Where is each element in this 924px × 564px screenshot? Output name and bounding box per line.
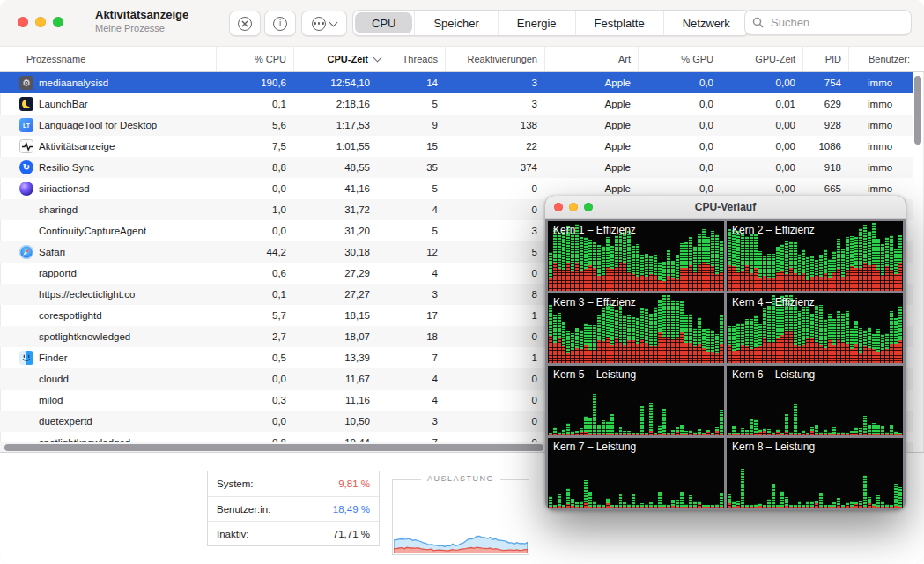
cell-gpu: 0,0 bbox=[638, 136, 721, 157]
process-row-languagetool-for-desktop[interactable]: LTLanguageTool for Desktop5,61:17,539138… bbox=[0, 115, 913, 136]
process-row-launchbar[interactable]: LaunchBar0,12:18,1653Apple0,00,01629immo bbox=[0, 93, 913, 115]
tab-netzwerk[interactable]: Netzwerk bbox=[663, 11, 749, 35]
close-button[interactable] bbox=[554, 203, 563, 212]
tab-cpu[interactable]: CPU bbox=[355, 12, 412, 33]
column-label: GPU-Zeit bbox=[755, 54, 795, 64]
process-row-resilio-sync[interactable]: ↻Resilio Sync8,848,5535374Apple0,00,0091… bbox=[0, 157, 913, 178]
cell-wakeups: 0 bbox=[445, 368, 544, 390]
column-header-benutzer[interactable]: Benutzer: bbox=[848, 46, 924, 71]
no-icon bbox=[19, 224, 33, 238]
cell-cpu: 190,6 bbox=[216, 72, 293, 93]
vertical-scrollbar-thumb[interactable] bbox=[914, 76, 921, 145]
inspect-process-button[interactable]: i bbox=[264, 11, 296, 36]
cell-threads: 5 bbox=[388, 93, 445, 115]
column-header-pid[interactable]: PID bbox=[802, 46, 848, 71]
core-label: Kern 4 – Effizienz bbox=[732, 296, 815, 308]
column-header-threads[interactable]: Threads bbox=[388, 46, 445, 71]
cell-wakeups: 3 bbox=[445, 220, 544, 241]
column-header-art[interactable]: Art bbox=[544, 46, 638, 71]
tab-energie[interactable]: Energie bbox=[498, 11, 575, 35]
no-icon bbox=[19, 393, 33, 407]
process-name-cell: sharingd bbox=[0, 199, 216, 220]
process-name-cell: corespotlightd bbox=[0, 305, 216, 326]
zoom-button[interactable] bbox=[584, 203, 593, 212]
column-header-gpu-zeit[interactable]: GPU-Zeit bbox=[721, 46, 802, 71]
process-name-cell: Aktivitätsanzeige bbox=[0, 136, 216, 157]
core-panel-6: Kern 6 – Leistung bbox=[727, 366, 903, 435]
cell-wakeups: 0 bbox=[445, 411, 544, 432]
cell-wakeups: 0 bbox=[445, 263, 544, 284]
process-name: sharingd bbox=[39, 204, 78, 215]
column-label: Benutzer: bbox=[869, 54, 910, 64]
cpu-stats-box: System:9,81 %Benutzer:in:18,49 %Inaktiv:… bbox=[207, 471, 380, 546]
cell-cpu: 0,0 bbox=[216, 220, 293, 241]
siri-icon-slot bbox=[19, 182, 33, 196]
process-name-cell: siriactionsd bbox=[0, 178, 216, 199]
close-button[interactable] bbox=[18, 17, 28, 27]
cell-pid: 754 bbox=[802, 72, 848, 93]
horizontal-scrollbar-thumb[interactable] bbox=[4, 444, 543, 451]
quit-process-button[interactable] bbox=[229, 11, 261, 36]
core-label: Kern 2 – Effizienz bbox=[732, 224, 815, 236]
cell-gpu_time: 0,00 bbox=[721, 72, 802, 93]
minimize-button[interactable] bbox=[35, 17, 46, 27]
column-header-prozessname[interactable]: Prozessname bbox=[0, 46, 216, 71]
cell-cpu: 0,3 bbox=[216, 390, 293, 411]
column-header-reaktivierungen[interactable]: Reaktivierungen bbox=[445, 46, 544, 71]
process-name-cell: milod bbox=[0, 390, 216, 411]
resilio-app-icon: ↻ bbox=[19, 160, 33, 174]
process-name: corespotlightd bbox=[39, 310, 102, 321]
cell-time: 1:17,53 bbox=[293, 115, 388, 136]
cell-wakeups: 0 bbox=[445, 390, 544, 411]
daemon-icon-slot: ⚙ bbox=[19, 76, 33, 90]
daemon-app-icon: ⚙ bbox=[19, 76, 33, 90]
search-field[interactable] bbox=[744, 10, 912, 35]
tab-festplatte[interactable]: Festplatte bbox=[575, 11, 663, 35]
minimize-button[interactable] bbox=[569, 203, 578, 212]
process-name-cell: rapportd bbox=[0, 263, 216, 284]
cell-cpu: 5,7 bbox=[216, 305, 293, 326]
zoom-button[interactable] bbox=[53, 17, 63, 27]
column-label: Threads bbox=[403, 54, 438, 64]
column-header-cpu[interactable]: % CPU bbox=[216, 46, 293, 71]
cell-gpu_time: 0,01 bbox=[721, 93, 802, 115]
stat-label: System: bbox=[217, 479, 254, 489]
cell-wakeups: 0 bbox=[445, 199, 544, 220]
process-row-aktivit-tsanzeige[interactable]: Aktivitätsanzeige7,51:01,551522Apple0,00… bbox=[0, 136, 913, 157]
cell-pid: 918 bbox=[802, 157, 848, 178]
column-header-cpu-zeit[interactable]: CPU-Zeit bbox=[293, 46, 388, 71]
search-input[interactable] bbox=[769, 15, 904, 30]
stat-value: 71,71 % bbox=[333, 529, 370, 539]
ellipsis-circle-icon bbox=[312, 17, 326, 31]
process-row-mediaanalysisd[interactable]: ⚙mediaanalysisd190,612:54,10143Apple0,00… bbox=[0, 72, 913, 93]
cell-wakeups: 0 bbox=[445, 178, 544, 199]
table-header: Prozessname% CPUCPU-ZeitThreadsReaktivie… bbox=[0, 46, 924, 72]
process-name-cell: LTLanguageTool for Desktop bbox=[0, 115, 216, 136]
process-name: Safari bbox=[39, 247, 65, 257]
column-header-gpu[interactable]: % GPU bbox=[638, 46, 721, 71]
tab-speicher[interactable]: Speicher bbox=[414, 11, 497, 35]
cell-threads: 4 bbox=[388, 263, 445, 284]
cell-wakeups: 1 bbox=[445, 347, 544, 368]
stat-system: System:9,81 % bbox=[208, 471, 379, 496]
no-icon bbox=[19, 266, 33, 280]
launchbar-app-icon bbox=[19, 97, 33, 111]
activity-icon-slot bbox=[19, 139, 33, 153]
stat-inaktiv: Inaktiv:71,71 % bbox=[208, 521, 379, 545]
stat-value: 9,81 % bbox=[338, 479, 370, 489]
cell-threads: 7 bbox=[388, 347, 445, 368]
no-icon bbox=[19, 287, 33, 301]
process-name-cell: ContinuityCaptureAgent bbox=[0, 220, 216, 241]
cell-wakeups: 0 bbox=[445, 326, 544, 347]
cell-cpu: 0,6 bbox=[216, 263, 293, 284]
more-options-button[interactable] bbox=[301, 11, 347, 36]
process-name: Aktivitätsanzeige bbox=[39, 141, 115, 152]
process-name-cell: cloudd bbox=[0, 368, 216, 390]
cell-cpu: 0,1 bbox=[216, 93, 293, 115]
cell-user: immo bbox=[848, 72, 913, 93]
core-label: Kern 3 – Effizienz bbox=[553, 296, 636, 308]
process-name: Finder bbox=[39, 352, 68, 363]
stat-value: 18,49 % bbox=[333, 504, 370, 515]
cell-user: immo bbox=[848, 157, 913, 178]
process-name-cell: LaunchBar bbox=[0, 93, 216, 115]
